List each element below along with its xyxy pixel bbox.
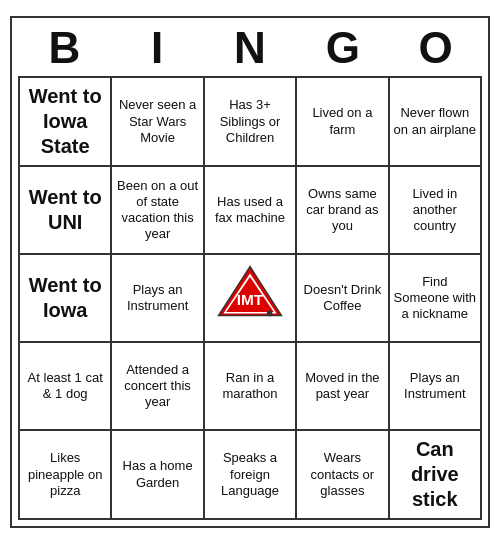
cell-5[interactable]: Went to UNI <box>20 167 112 255</box>
svg-text:IMT: IMT <box>237 291 264 308</box>
cell-16[interactable]: Attended a concert this year <box>112 343 204 431</box>
cell-12[interactable]: IMT <box>205 255 297 343</box>
cell-11[interactable]: Plays an Instrument <box>112 255 204 343</box>
cell-9[interactable]: Lived in another country <box>390 167 482 255</box>
letter-i: I <box>113 24 201 72</box>
cell-21[interactable]: Has a home Garden <box>112 431 204 520</box>
letter-g: G <box>299 24 387 72</box>
cell-3[interactable]: Lived on a farm <box>297 78 389 167</box>
cell-17[interactable]: Ran in a marathon <box>205 343 297 431</box>
cell-13[interactable]: Doesn't Drink Coffee <box>297 255 389 343</box>
cell-1[interactable]: Never seen a Star Wars Movie <box>112 78 204 167</box>
svg-point-4 <box>267 311 273 317</box>
bingo-card: B I N G O Went to Iowa StateNever seen a… <box>10 16 490 528</box>
cell-19[interactable]: Plays an Instrument <box>390 343 482 431</box>
cell-8[interactable]: Owns same car brand as you <box>297 167 389 255</box>
letter-n: N <box>206 24 294 72</box>
cell-2[interactable]: Has 3+ Siblings or Children <box>205 78 297 167</box>
cell-23[interactable]: Wears contacts or glasses <box>297 431 389 520</box>
cell-18[interactable]: Moved in the past year <box>297 343 389 431</box>
bingo-grid: Went to Iowa StateNever seen a Star Wars… <box>18 76 482 520</box>
cell-24[interactable]: Can drive stick <box>390 431 482 520</box>
cell-6[interactable]: Been on a out of state vacation this yea… <box>112 167 204 255</box>
cell-14[interactable]: Find Someone with a nickname <box>390 255 482 343</box>
cell-7[interactable]: Has used a fax machine <box>205 167 297 255</box>
letter-o: O <box>392 24 480 72</box>
cell-22[interactable]: Speaks a foreign Language <box>205 431 297 520</box>
cell-20[interactable]: Likes pineapple on pizza <box>20 431 112 520</box>
cell-10[interactable]: Went to Iowa <box>20 255 112 343</box>
cell-15[interactable]: At least 1 cat & 1 dog <box>20 343 112 431</box>
bingo-header: B I N G O <box>18 24 482 72</box>
cell-4[interactable]: Never flown on an airplane <box>390 78 482 167</box>
letter-b: B <box>20 24 108 72</box>
cell-0[interactable]: Went to Iowa State <box>20 78 112 167</box>
